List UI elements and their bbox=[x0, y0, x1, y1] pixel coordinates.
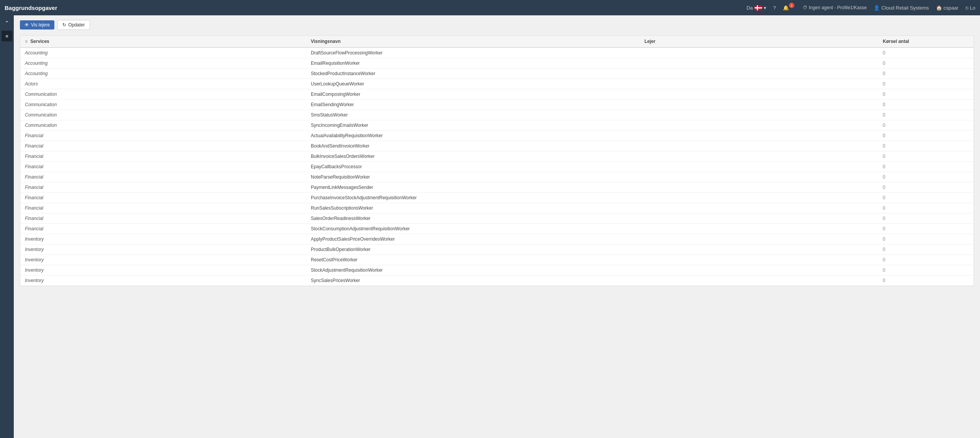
cell-korsel-antal: 0 bbox=[878, 203, 973, 213]
cell-service: Accounting bbox=[20, 48, 306, 58]
chevron-down-icon: ▾ bbox=[764, 5, 766, 11]
agent-info[interactable]: ⏱ Ingen agent - Profile1/Kasse bbox=[803, 5, 867, 10]
table-row: CommunicationEmailComposingWorker0 bbox=[20, 89, 973, 100]
cell-lejer bbox=[640, 234, 879, 244]
table-row: FinancialNoteParseRequisitionWorker0 bbox=[20, 172, 973, 182]
cell-korsel-antal: 0 bbox=[878, 213, 973, 224]
table-body: AccountingDraftSourceFlowProcessingWorke… bbox=[20, 48, 973, 286]
cell-lejer bbox=[640, 110, 879, 120]
table-row: InventoryApplyProductSalesPriceOverrides… bbox=[20, 234, 973, 244]
cell-korsel-antal: 0 bbox=[878, 89, 973, 100]
cell-visningsnavn: NoteParseRequisitionWorker bbox=[306, 172, 640, 182]
cell-lejer bbox=[640, 151, 879, 162]
cell-lejer bbox=[640, 224, 879, 234]
table-row: FinancialPurchaseInvoiceStockAdjustmentR… bbox=[20, 193, 973, 203]
opdater-button[interactable]: ↻ Opdater bbox=[57, 20, 90, 30]
language-selector[interactable]: Da ▾ bbox=[746, 5, 766, 11]
table-row: CommunicationSmsStatusWorker0 bbox=[20, 110, 973, 120]
cell-service: Inventory bbox=[20, 265, 306, 276]
home-icon: 🏠 bbox=[936, 5, 942, 11]
cell-service: Financial bbox=[20, 213, 306, 224]
cell-lejer bbox=[640, 244, 879, 255]
cell-lejer bbox=[640, 265, 879, 276]
cell-korsel-antal: 0 bbox=[878, 131, 973, 141]
col-lejer: Lejer bbox=[640, 36, 879, 48]
cell-visningsnavn: BulkInvoiceSalesOrdersWorker bbox=[306, 151, 640, 162]
user-info[interactable]: 🏠 cspaar bbox=[936, 5, 959, 11]
cell-visningsnavn: PaymentLinkMessagesSender bbox=[306, 182, 640, 193]
cell-visningsnavn: EpayCallbacksProcessor bbox=[306, 162, 640, 172]
cell-service: Financial bbox=[20, 203, 306, 213]
cell-lejer bbox=[640, 69, 879, 79]
table-row: AccountingEmailRequisitionWorker0 bbox=[20, 58, 973, 69]
cell-lejer bbox=[640, 172, 879, 182]
vis-lejere-button[interactable]: 👁 Vis lejere bbox=[20, 20, 54, 30]
notification-button[interactable]: 🔔 1 bbox=[783, 5, 796, 11]
cell-korsel-antal: 0 bbox=[878, 276, 973, 286]
table-row: InventorySyncSalesPricesWorker0 bbox=[20, 276, 973, 286]
agent-label: Ingen agent - Profile1/Kasse bbox=[809, 5, 867, 10]
cell-korsel-antal: 0 bbox=[878, 151, 973, 162]
company-name: Cloud Retail Systems bbox=[881, 5, 929, 11]
cell-visningsnavn: SmsStatusWorker bbox=[306, 110, 640, 120]
table-row: CommunicationEmailSendingWorker0 bbox=[20, 100, 973, 110]
logout-button[interactable]: ⎋ Lo bbox=[965, 5, 975, 11]
logout-label: Lo bbox=[970, 5, 975, 11]
cell-lejer bbox=[640, 131, 879, 141]
cell-korsel-antal: 0 bbox=[878, 172, 973, 182]
cell-service: Inventory bbox=[20, 234, 306, 244]
cell-service: Communication bbox=[20, 89, 306, 100]
cell-lejer bbox=[640, 48, 879, 58]
table-row: FinancialActualAvailabilityRequisitionWo… bbox=[20, 131, 973, 141]
cell-korsel-antal: 0 bbox=[878, 255, 973, 265]
list-icon: ≡ bbox=[25, 39, 28, 44]
refresh-icon: ↻ bbox=[62, 22, 66, 28]
cell-service: Communication bbox=[20, 120, 306, 131]
cell-visningsnavn: SyncSalesPricesWorker bbox=[306, 276, 640, 286]
table-row: ActorsUserLookupQueueWorker0 bbox=[20, 79, 973, 89]
cell-visningsnavn: EmailComposingWorker bbox=[306, 89, 640, 100]
company-info[interactable]: 👤 Cloud Retail Systems bbox=[874, 5, 929, 11]
logout-icon: ⎋ bbox=[965, 5, 969, 11]
topnav-left: Baggrundsopgaver bbox=[5, 5, 57, 11]
sidebar-collapse-button[interactable]: ⌃ bbox=[3, 18, 11, 28]
table-row: FinancialStockConsumptionAdjustmentRequi… bbox=[20, 224, 973, 234]
cell-lejer bbox=[640, 276, 879, 286]
cell-service: Communication bbox=[20, 110, 306, 120]
cell-korsel-antal: 0 bbox=[878, 265, 973, 276]
cell-korsel-antal: 0 bbox=[878, 244, 973, 255]
cell-service: Actors bbox=[20, 79, 306, 89]
eye-icon: 👁 bbox=[24, 22, 29, 28]
cell-visningsnavn: EmailSendingWorker bbox=[306, 100, 640, 110]
help-button[interactable]: ? bbox=[773, 5, 776, 11]
cell-lejer bbox=[640, 141, 879, 151]
user-icon: 👤 bbox=[874, 5, 880, 11]
cell-korsel-antal: 0 bbox=[878, 79, 973, 89]
notification-badge: 1 bbox=[789, 3, 794, 8]
sidebar-item-1[interactable]: ≡ bbox=[2, 31, 12, 41]
cell-visningsnavn: RunSalesSubscriptionsWorker bbox=[306, 203, 640, 213]
cell-lejer bbox=[640, 89, 879, 100]
cell-korsel-antal: 0 bbox=[878, 182, 973, 193]
cell-lejer bbox=[640, 58, 879, 69]
cell-korsel-antal: 0 bbox=[878, 193, 973, 203]
table-row: InventoryStockAdjustmentRequisitionWorke… bbox=[20, 265, 973, 276]
services-table-wrapper: ≡ Services Visningsnavn Lejer Kørsel ant… bbox=[20, 35, 974, 286]
lang-label: Da bbox=[746, 5, 753, 11]
question-icon: ? bbox=[773, 5, 776, 11]
cell-lejer bbox=[640, 120, 879, 131]
cell-korsel-antal: 0 bbox=[878, 234, 973, 244]
cell-lejer bbox=[640, 213, 879, 224]
cell-visningsnavn: ApplyProductSalesPriceOverridesWorker bbox=[306, 234, 640, 244]
cell-visningsnavn: SalesOrderReadinessWorker bbox=[306, 213, 640, 224]
cell-service: Accounting bbox=[20, 69, 306, 79]
services-table: ≡ Services Visningsnavn Lejer Kørsel ant… bbox=[20, 36, 973, 286]
cell-service: Financial bbox=[20, 162, 306, 172]
cell-visningsnavn: SyncIncomingEmailsWorker bbox=[306, 120, 640, 131]
col-visningsnavn: Visningsnavn bbox=[306, 36, 640, 48]
cell-lejer bbox=[640, 79, 879, 89]
cell-korsel-antal: 0 bbox=[878, 224, 973, 234]
main-content: 👁 Vis lejere ↻ Opdater ≡ Services Visnin… bbox=[14, 15, 980, 291]
cell-service: Financial bbox=[20, 182, 306, 193]
cell-korsel-antal: 0 bbox=[878, 141, 973, 151]
